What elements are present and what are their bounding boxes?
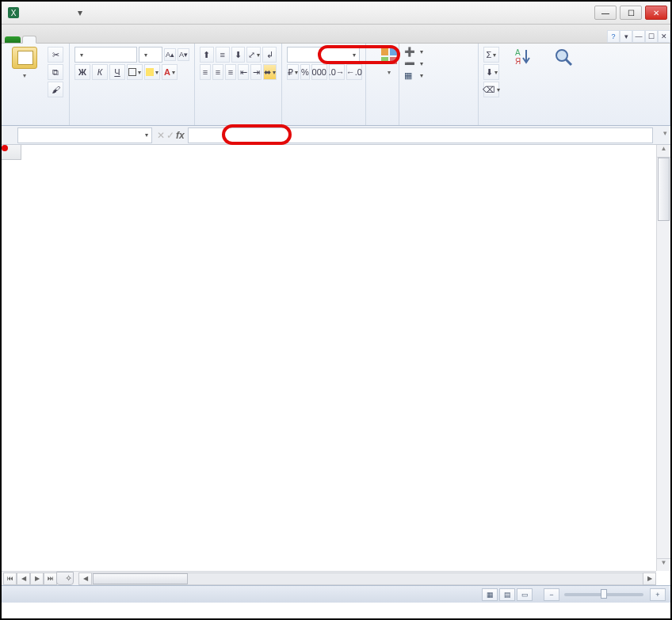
tab-insert[interactable]: [36, 36, 51, 43]
wrap-text-button[interactable]: ↲: [262, 47, 277, 63]
fx-icon[interactable]: fx: [176, 130, 185, 141]
zoom-slider[interactable]: [564, 593, 643, 596]
doc-close-button[interactable]: ✕: [658, 30, 670, 43]
merge-button[interactable]: ⬌▾: [263, 64, 277, 80]
paste-button[interactable]: ▾: [6, 47, 43, 79]
help-icon[interactable]: ?: [607, 30, 620, 43]
tab-foxit[interactable]: [151, 36, 165, 43]
formula-bar: ▾ ✕ ✓ fx ▾: [2, 126, 670, 145]
percent-button[interactable]: %: [300, 64, 310, 80]
sheet-nav-prev[interactable]: ◀: [17, 572, 30, 585]
tab-layout[interactable]: [51, 36, 65, 43]
font-name-selector[interactable]: ▾: [74, 47, 137, 63]
excel-icon: X: [6, 6, 21, 20]
tab-view[interactable]: [108, 36, 122, 43]
page-break-view-button[interactable]: ▭: [517, 588, 533, 601]
doc-restore-button[interactable]: ☐: [645, 30, 658, 43]
undo-icon[interactable]: [40, 6, 54, 20]
tab-formulas[interactable]: [65, 36, 79, 43]
cut-button[interactable]: ✂: [48, 47, 63, 63]
scroll-left-icon[interactable]: ◀: [78, 572, 92, 585]
align-top-button[interactable]: ⬆: [200, 47, 214, 63]
align-center-button[interactable]: ≡: [212, 64, 223, 80]
tab-addins[interactable]: [136, 36, 151, 43]
sheet-nav-next[interactable]: ▶: [30, 572, 44, 585]
fill-color-button[interactable]: ▾: [144, 64, 160, 80]
tab-data[interactable]: [79, 36, 94, 43]
find-select-button[interactable]: [545, 47, 582, 67]
decrease-indent-button[interactable]: ⇤: [238, 64, 249, 80]
number-format-selector[interactable]: ▾: [287, 47, 360, 63]
orientation-button[interactable]: ⤢▾: [246, 47, 261, 63]
sort-filter-button[interactable]: АЯ: [504, 47, 540, 67]
insert-cells-button[interactable]: ➕▾: [404, 47, 473, 57]
expand-formula-bar-icon[interactable]: ▾: [663, 129, 667, 137]
sheet-nav-last[interactable]: ⏭: [44, 572, 57, 585]
tab-abbyy[interactable]: [165, 36, 179, 43]
new-sheet-button[interactable]: ✧: [56, 572, 74, 585]
copy-button[interactable]: ⧉: [48, 64, 63, 80]
scroll-down-icon[interactable]: ▼: [657, 558, 670, 571]
align-middle-button[interactable]: ≡: [216, 47, 230, 63]
redo-icon[interactable]: [56, 6, 71, 20]
align-right-button[interactable]: ≡: [225, 64, 236, 80]
maximize-button[interactable]: ☐: [620, 6, 642, 20]
qat-more-icon[interactable]: ▾: [73, 6, 87, 20]
enter-formula-icon[interactable]: ✓: [166, 130, 174, 141]
fill-button[interactable]: ⬇▾: [483, 64, 499, 80]
scroll-right-icon[interactable]: ▶: [643, 572, 656, 585]
column-headers: [21, 145, 656, 160]
minimize-button[interactable]: —: [594, 6, 617, 20]
align-left-button[interactable]: ≡: [200, 64, 211, 80]
group-cells-title: [404, 122, 473, 124]
decrease-decimal-button[interactable]: ←.0: [346, 64, 362, 80]
font-color-button[interactable]: A▾: [162, 64, 178, 80]
comma-style-button[interactable]: 000: [311, 64, 327, 80]
file-tab[interactable]: [5, 36, 21, 43]
grow-font-button[interactable]: A▴: [164, 48, 176, 61]
window-titlebar: X ▾ — ☐ ✕: [2, 2, 670, 25]
doc-minimize-button[interactable]: —: [632, 30, 645, 43]
formula-input[interactable]: [188, 127, 653, 143]
svg-rect-2: [381, 48, 388, 55]
name-box-input[interactable]: [18, 130, 129, 141]
delete-cells-button[interactable]: ➖▾: [404, 59, 473, 69]
increase-decimal-button[interactable]: .0→: [329, 64, 345, 80]
format-painter-button[interactable]: 🖌: [48, 82, 63, 97]
font-size-selector[interactable]: ▾: [139, 47, 162, 63]
horizontal-scrollbar[interactable]: ◀ ▶: [78, 572, 656, 585]
scroll-up-icon[interactable]: ▲: [657, 145, 670, 158]
clear-button[interactable]: ⌫▾: [483, 82, 499, 97]
cell-area[interactable]: [21, 160, 656, 571]
worksheet-grid[interactable]: ▲ ▼ ⏮ ◀ ▶ ⏭ ✧ ◀ ▶: [2, 145, 670, 585]
name-box[interactable]: ▾: [17, 127, 152, 143]
zoom-thumb[interactable]: [601, 589, 607, 599]
zoom-in-button[interactable]: +: [650, 588, 666, 601]
italic-button[interactable]: К: [92, 64, 108, 80]
zoom-out-button[interactable]: −: [544, 588, 559, 601]
currency-button[interactable]: ₽▾: [287, 64, 299, 80]
underline-button[interactable]: Ч: [109, 64, 125, 80]
format-cells-button[interactable]: ▦▾: [404, 70, 473, 81]
tab-review[interactable]: [94, 36, 108, 43]
cancel-formula-icon[interactable]: ✕: [157, 130, 165, 141]
sheet-nav-first[interactable]: ⏮: [3, 572, 17, 585]
page-layout-view-button[interactable]: ▤: [499, 588, 515, 601]
vertical-scrollbar[interactable]: ▲ ▼: [656, 145, 670, 571]
select-all-corner[interactable]: [2, 145, 21, 160]
tab-developer[interactable]: [122, 36, 136, 43]
row-headers: [2, 160, 21, 571]
autosum-button[interactable]: Σ▾: [483, 47, 499, 63]
bold-button[interactable]: Ж: [74, 64, 90, 80]
increase-indent-button[interactable]: ⇥: [250, 64, 262, 80]
border-button[interactable]: ▾: [127, 64, 143, 80]
normal-view-button[interactable]: ▦: [482, 588, 498, 601]
hscroll-thumb[interactable]: [93, 573, 188, 584]
save-icon[interactable]: [23, 6, 37, 20]
vscroll-thumb[interactable]: [658, 158, 670, 221]
align-bottom-button[interactable]: ⬇: [231, 47, 246, 63]
shrink-font-button[interactable]: A▾: [178, 48, 189, 61]
close-button[interactable]: ✕: [645, 6, 667, 20]
minimize-ribbon-icon[interactable]: ▾: [620, 30, 632, 43]
tab-home[interactable]: [22, 36, 36, 44]
